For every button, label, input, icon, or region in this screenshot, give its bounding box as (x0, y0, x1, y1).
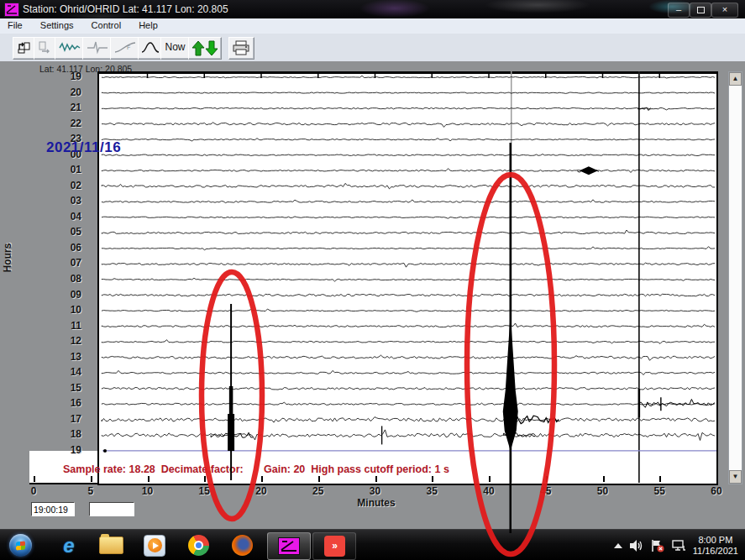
svg-text:F: F (127, 44, 130, 50)
hour-label-12: 12 (51, 335, 81, 347)
menu-bar: File Settings Control Help (0, 18, 745, 34)
minute-tick-10 (148, 476, 150, 482)
taskbar-anydesk[interactable]: » (312, 532, 356, 560)
minute-label-20: 20 (250, 485, 272, 497)
minute-label-25: 25 (307, 485, 329, 497)
hour-label-01: 01 (51, 164, 81, 175)
hour-label-05: 05 (51, 226, 81, 238)
menu-help[interactable]: Help (131, 18, 165, 34)
minute-tick-45 (546, 476, 548, 482)
hour-label-07: 07 (51, 257, 81, 269)
hour-label-08: 08 (51, 273, 81, 285)
start-button[interactable] (3, 532, 37, 558)
menu-settings[interactable]: Settings (33, 18, 81, 34)
hour-label-02: 02 (51, 180, 81, 191)
taskbar-seismograph-app-active[interactable] (267, 532, 311, 560)
hour-label-17: 17 (51, 413, 81, 425)
minute-tick-55 (659, 476, 661, 482)
hour-label-21: 21 (51, 102, 81, 113)
filter-button[interactable] (82, 37, 112, 60)
clock-date: 11/16/2021 (693, 546, 738, 557)
hours-axis-title: Hours (2, 239, 13, 276)
menu-file[interactable]: File (0, 18, 30, 34)
scrollbar-up-arrow[interactable]: ▲ (729, 72, 742, 86)
hour-label-14: 14 (51, 366, 81, 378)
hour-label-03: 03 (51, 195, 81, 207)
minute-tick-25 (318, 476, 320, 482)
open-icon (17, 40, 31, 55)
helicorder-plot[interactable] (97, 71, 718, 485)
open-button[interactable] (13, 37, 35, 60)
menu-control[interactable]: Control (84, 18, 129, 34)
minute-label-5: 5 (80, 485, 102, 497)
minute-label-15: 15 (193, 485, 215, 497)
firefox-icon (232, 535, 253, 556)
clock-time: 8:00 PM (693, 535, 738, 546)
waveform-button[interactable] (55, 37, 84, 60)
waveform-icon (59, 40, 81, 55)
minute-label-30: 30 (365, 485, 386, 497)
restore-button[interactable] (690, 3, 711, 18)
minutes-axis-title: Minutes (353, 497, 400, 509)
minute-tick-0 (34, 476, 35, 482)
taskbar-media-player[interactable] (138, 532, 171, 558)
seismograph-app-icon (278, 537, 300, 555)
scrollbar-down-arrow[interactable]: ▼ (729, 470, 742, 484)
sample-rate-info: Sample rate: 18.28 Decimate factor: Gain… (63, 463, 449, 475)
scroll-up-down-button[interactable] (188, 37, 222, 60)
volume-icon[interactable] (629, 539, 644, 552)
bell-curve-icon (141, 40, 160, 55)
helicorder-panel: Lat: 41.117 Lon: 20.805 1920212223000102… (0, 61, 745, 529)
hour-label-10: 10 (51, 304, 81, 316)
bell-curve-button[interactable] (138, 37, 162, 60)
now-button[interactable]: Now (160, 37, 190, 60)
minute-tick-50 (603, 476, 605, 482)
network-icon[interactable] (671, 539, 687, 552)
system-tray: 8:00 PM 11/16/2021 (613, 530, 742, 560)
minute-label-10: 10 (137, 485, 159, 497)
response-ramp-button[interactable]: F (110, 37, 139, 60)
minute-label-45: 45 (535, 485, 557, 497)
minimize-button[interactable]: – (668, 3, 690, 18)
minute-label-55: 55 (648, 485, 670, 497)
taskbar-firefox[interactable] (225, 532, 259, 558)
date-annotation: 2021/11/16 (46, 139, 121, 156)
toolbar: F Now (0, 34, 745, 62)
hour-label-19: 19 (51, 444, 81, 456)
minute-tick-60 (716, 476, 718, 482)
action-center-flag-icon[interactable] (650, 539, 665, 552)
hour-label-04: 04 (51, 211, 81, 222)
taskbar-file-explorer[interactable] (94, 532, 128, 558)
minute-label-50: 50 (592, 485, 614, 497)
hour-label-15: 15 (51, 382, 81, 394)
taskbar-clock[interactable]: 8:00 PM 11/16/2021 (693, 535, 742, 557)
filter-icon (87, 40, 108, 55)
anydesk-icon: » (324, 536, 345, 557)
internet-explorer-icon: e (63, 534, 74, 557)
hour-label-19: 19 (51, 71, 81, 82)
taskbar: e » (0, 529, 745, 560)
minute-label-0: 0 (23, 485, 45, 497)
minute-tick-15 (204, 476, 206, 482)
taskbar-internet-explorer[interactable]: e (52, 532, 86, 558)
minute-tick-5 (91, 476, 92, 482)
folder-icon (99, 536, 123, 554)
printer-icon (232, 40, 251, 55)
media-player-icon (144, 535, 165, 557)
hour-label-22: 22 (51, 118, 81, 129)
app-icon (4, 3, 19, 17)
show-hidden-icons-arrow[interactable] (613, 542, 623, 550)
vertical-scrollbar[interactable]: ▲ ▼ (728, 71, 742, 484)
secondary-field[interactable] (89, 502, 134, 516)
close-button[interactable]: × (711, 3, 738, 18)
title-bar: Station: Ohrid/OHRID Lat: 41.117 Lon: 20… (0, 0, 745, 18)
windows-logo-icon (9, 534, 32, 557)
hour-label-16: 16 (51, 397, 81, 409)
minute-label-35: 35 (421, 485, 443, 497)
hour-label-06: 06 (51, 242, 81, 254)
print-button[interactable] (228, 37, 254, 60)
taskbar-chrome[interactable] (181, 532, 215, 558)
time-field[interactable] (31, 502, 75, 516)
minute-label-60: 60 (706, 485, 727, 497)
export-button[interactable] (34, 37, 56, 60)
